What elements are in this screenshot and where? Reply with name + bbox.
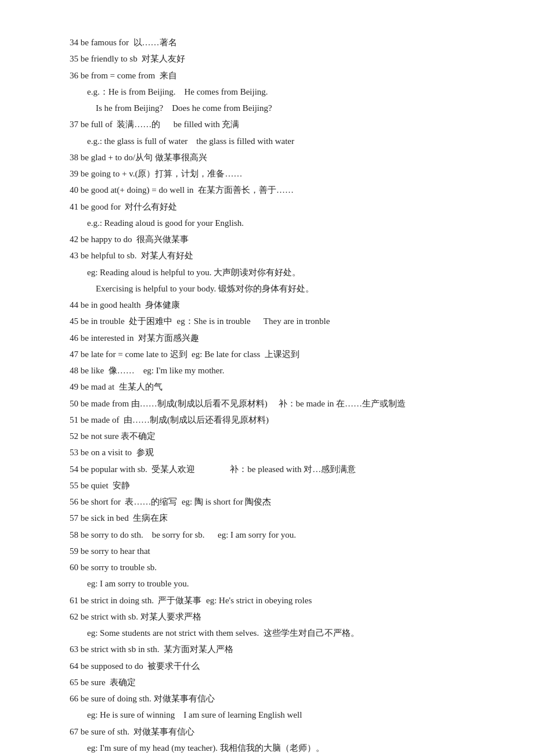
text-line-l43: 43 be helpful to sb. 对某人有好处 — [70, 248, 488, 263]
text-line-l44: 44 be in good health 身体健康 — [70, 297, 488, 312]
text-line-l53: 53 be on a visit to 参观 — [70, 445, 488, 460]
text-line-l42: 42 be happy to do 很高兴做某事 — [70, 232, 488, 247]
text-line-l60: 60 be sorry to trouble sb. — [70, 560, 488, 575]
text-line-l58: 58 be sorry to do sth. be sorry for sb. … — [70, 527, 488, 542]
text-line-l41: 41 be good for 对什么有好处 — [70, 199, 488, 214]
text-line-l37: 37 be full of 装满……的 be filled with 充满 — [70, 117, 488, 132]
text-line-l57: 57 be sick in bed 生病在床 — [70, 510, 488, 525]
text-line-l59: 59 be sorry to hear that — [70, 543, 488, 559]
text-line-l34: 34 be famous for 以……著名 — [70, 35, 488, 50]
text-line-l66eg1: eg: He is sure of winning I am sure of l… — [70, 707, 488, 722]
text-line-l37eg1: e.g.: the glass is full of water the gla… — [70, 134, 488, 149]
text-line-l46: 46 be interested in 对某方面感兴趣 — [70, 330, 488, 345]
text-line-l36eg2: Is he from Beijing? Does he come from Be… — [70, 100, 488, 116]
text-line-l62: 62 be strict with sb. 对某人要求严格 — [70, 609, 488, 624]
text-line-l61: 61 be strict in doing sth. 严于做某事 eg: He'… — [70, 593, 488, 608]
text-line-l45: 45 be in trouble 处于困难中 eg：She is in trou… — [70, 314, 488, 329]
text-line-l55: 55 be quiet 安静 — [70, 478, 488, 493]
text-line-l52: 52 be not sure 表不确定 — [70, 429, 488, 444]
text-line-l48: 48 be like 像…… eg: I'm like my mother. — [70, 363, 488, 378]
text-line-l66: 66 be sure of doing sth. 对做某事有信心 — [70, 691, 488, 706]
text-line-l50: 50 be made from 由……制成(制成以后看不见原材料) 补：be m… — [70, 396, 488, 411]
text-line-l43eg2: Exercising is helpful to your body. 锻炼对你… — [70, 281, 488, 296]
text-line-l36: 36 be from = come from 来自 — [70, 68, 488, 83]
text-line-l63: 63 be strict with sb in sth. 某方面对某人严格 — [70, 642, 488, 657]
text-line-l56: 56 be short for 表……的缩写 eg: 陶 is short fo… — [70, 494, 488, 509]
text-line-l43eg1: eg: Reading aloud is helpful to you. 大声朗… — [70, 265, 488, 280]
text-line-l47: 47 be late for = come late to 迟到 eg: Be … — [70, 347, 488, 362]
text-line-l36eg1: e.g.：He is from Beijing. He comes from B… — [70, 84, 488, 99]
text-line-l54: 54 be popular with sb. 受某人欢迎 补：be please… — [70, 462, 488, 477]
text-line-l65: 65 be sure 表确定 — [70, 675, 488, 690]
text-line-l62eg1: eg: Some students are not strict with th… — [70, 625, 488, 640]
text-line-l64: 64 be supposed to do 被要求干什么 — [70, 658, 488, 674]
text-line-l39: 39 be going to + v.(原）打算，计划，准备…… — [70, 166, 488, 181]
text-line-l67: 67 be sure of sth. 对做某事有信心 — [70, 724, 488, 739]
content-area: 34 be famous for 以……著名35 be friendly to … — [70, 35, 488, 755]
text-line-l35: 35 be friendly to sb 对某人友好 — [70, 51, 488, 66]
text-line-l38: 38 be glad + to do/从句 做某事很高兴 — [70, 150, 488, 165]
text-line-l67eg1: eg: I'm sure of my head (my teacher). 我相… — [70, 740, 488, 755]
text-line-l40: 40 be good at(+ doing) = do well in 在某方面… — [70, 182, 488, 197]
text-line-l51: 51 be made of 由……制成(制成以后还看得见原材料) — [70, 412, 488, 427]
text-line-l60eg1: eg: I am sorry to trouble you. — [70, 576, 488, 591]
text-line-l49: 49 be mad at 生某人的气 — [70, 379, 488, 394]
text-line-l41eg1: e.g.: Reading aloud is good for your Eng… — [70, 215, 488, 231]
